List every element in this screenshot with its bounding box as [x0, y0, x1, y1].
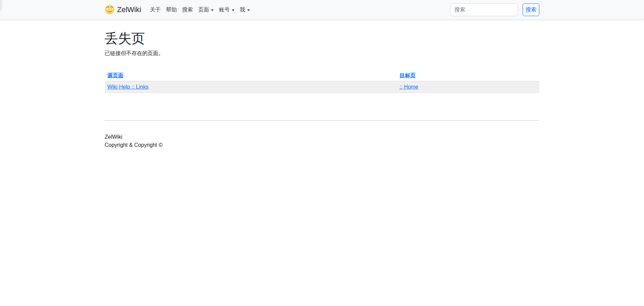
top-navbar: ZelWiki 关于 帮助 搜索 页面 账号 我 搜索	[0, 0, 644, 20]
nav-item-me-dropdown[interactable]: 我	[237, 4, 253, 16]
sort-target-column-link[interactable]: 目标页	[399, 73, 416, 78]
brand-link[interactable]: ZelWiki	[105, 5, 141, 15]
missing-pages-table: 源页面 目标页 Wiki Help :: Links :: Home	[105, 71, 539, 93]
target-page-link[interactable]: :: Home	[399, 84, 418, 90]
table-row: Wiki Help :: Links :: Home	[105, 81, 539, 93]
footer-site-name: ZelWiki	[105, 133, 539, 141]
nav-item-pages-dropdown[interactable]: 页面	[196, 4, 216, 16]
page-subtitle: 已链接但不存在的页面。	[105, 49, 539, 57]
table-header-row: 源页面 目标页	[105, 71, 539, 81]
brand-text: ZelWiki	[117, 5, 141, 14]
search-input[interactable]	[450, 3, 518, 16]
caret-down-icon	[232, 9, 234, 11]
main-nav: 关于 帮助 搜索 页面 账号 我	[147, 4, 253, 16]
nav-item-about[interactable]: 关于	[147, 4, 163, 16]
footer-divider	[105, 120, 539, 121]
footer-copyright: Copyright & Copyright ©	[105, 141, 539, 149]
edge-tab	[0, 0, 2, 11]
caret-down-icon	[247, 9, 250, 11]
smiley-logo-icon	[105, 5, 115, 15]
search-form: 搜索	[450, 3, 539, 16]
main-content: 丢失页 已链接但不存在的页面。 源页面 目标页 Wiki Help :: Lin…	[101, 20, 543, 149]
page-footer: ZelWiki Copyright & Copyright ©	[105, 133, 539, 149]
search-button[interactable]: 搜索	[523, 3, 539, 16]
page-title: 丢失页	[105, 30, 539, 46]
nav-item-search[interactable]: 搜索	[179, 4, 196, 16]
caret-down-icon	[211, 9, 214, 11]
source-page-link[interactable]: Wiki Help :: Links	[107, 84, 149, 90]
nav-item-help[interactable]: 帮助	[163, 4, 179, 16]
sort-source-column-link[interactable]: 源页面	[107, 73, 123, 78]
nav-item-account-dropdown[interactable]: 账号	[216, 4, 237, 16]
